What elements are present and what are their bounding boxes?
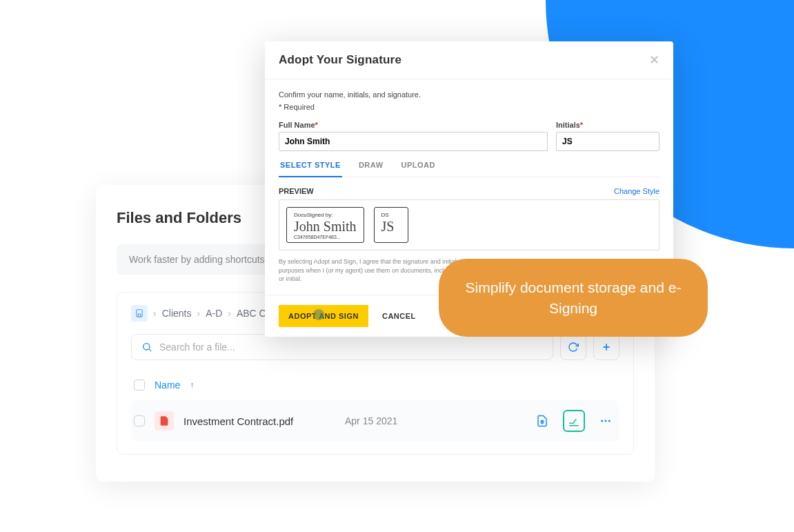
signature-preview: DocuSigned by: John Smith C347658D47EF48… — [286, 207, 364, 243]
initials-input[interactable] — [556, 132, 659, 151]
preview-header: PREVIEW Change Style — [279, 187, 659, 195]
search-row: Search for a file... — [131, 334, 619, 360]
tab-upload[interactable]: UPLOAD — [400, 161, 437, 177]
adopt-sign-button[interactable]: ADOPT AND SIGN — [279, 305, 368, 327]
cursor-indicator — [313, 309, 324, 320]
svg-line-3 — [149, 349, 151, 351]
name-form-row: Full Name* Initials* — [279, 121, 659, 151]
crumb-clients[interactable]: Clients — [162, 308, 192, 319]
tab-select-style[interactable]: SELECT STYLE — [279, 161, 342, 177]
search-input[interactable]: Search for a file... — [131, 334, 553, 360]
signature-code: C347658D47EF483... — [294, 235, 357, 239]
table-header: Name ↑ — [131, 374, 619, 400]
initials-field: Initials* — [556, 121, 659, 151]
home-icon[interactable] — [131, 305, 148, 322]
fullname-label: Full Name* — [279, 121, 548, 129]
chevron-right-icon: › — [228, 308, 231, 319]
cancel-button[interactable]: CANCEL — [382, 312, 416, 320]
signature-script: John Smith — [294, 219, 357, 233]
modal-title: Adopt Your Signature — [279, 53, 401, 67]
add-button[interactable] — [593, 334, 619, 360]
crumb-ad[interactable]: A-D — [206, 308, 222, 319]
change-style-link[interactable]: Change Style — [614, 187, 659, 195]
modal-header: Adopt Your Signature ✕ — [265, 41, 673, 79]
chevron-right-icon: › — [197, 308, 200, 319]
select-all-checkbox[interactable] — [134, 380, 145, 391]
signature-icon — [568, 415, 580, 427]
column-name[interactable]: Name — [155, 380, 180, 391]
pdf-icon — [155, 411, 174, 431]
svg-point-2 — [143, 344, 150, 350]
preview-label: PREVIEW — [279, 187, 314, 195]
refresh-button[interactable] — [560, 334, 586, 360]
sign-action[interactable] — [563, 410, 585, 432]
fullname-input[interactable] — [279, 132, 548, 151]
plus-icon — [601, 342, 612, 353]
required-note: * Required — [279, 103, 659, 111]
more-icon — [599, 415, 612, 427]
preview-box: DocuSigned by: John Smith C347658D47EF48… — [279, 199, 659, 250]
file-row[interactable]: Investment Contract.pdf Apr 15 2021 — [131, 400, 619, 442]
svg-point-8 — [601, 420, 603, 422]
sort-arrow-icon: ↑ — [190, 380, 194, 390]
search-placeholder: Search for a file... — [159, 342, 235, 353]
style-tabs: SELECT STYLE DRAW UPLOAD — [279, 161, 659, 177]
svg-point-10 — [608, 420, 611, 422]
refresh-icon — [568, 342, 579, 353]
initials-label: Initials* — [556, 121, 659, 129]
svg-point-9 — [605, 420, 607, 422]
lock-icon — [536, 415, 548, 427]
initials-preview: DS JS — [374, 207, 408, 243]
callout-pill: Simplify document storage and e-Signing — [439, 259, 708, 337]
svg-rect-1 — [138, 314, 141, 317]
signature-tag: DocuSigned by: — [294, 212, 357, 218]
modal-subtitle: Confirm your name, initials, and signatu… — [279, 90, 659, 99]
initials-tag: DS — [381, 212, 401, 218]
chevron-right-icon: › — [153, 308, 157, 319]
initials-script: JS — [381, 219, 401, 233]
file-date: Apr 15 2021 — [345, 415, 448, 426]
close-button[interactable]: ✕ — [649, 52, 659, 68]
fullname-field: Full Name* — [279, 121, 548, 151]
tab-draw[interactable]: DRAW — [357, 161, 385, 177]
more-action[interactable] — [595, 410, 617, 432]
svg-rect-0 — [137, 310, 142, 317]
lock-action[interactable] — [531, 410, 553, 432]
row-checkbox[interactable] — [134, 415, 145, 426]
search-icon — [141, 342, 152, 353]
file-name: Investment Contract.pdf — [183, 415, 335, 427]
